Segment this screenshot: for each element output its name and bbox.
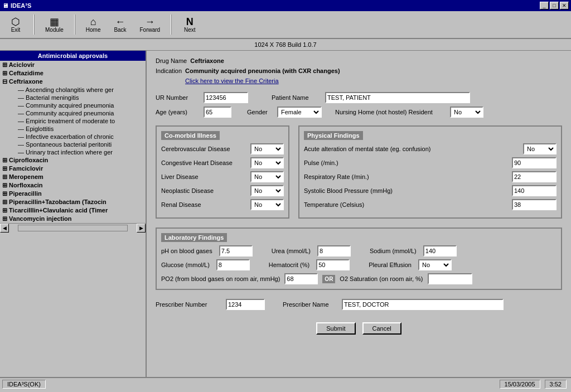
forward-button[interactable]: → Forward	[136, 15, 164, 35]
temp-row: Temperature (Celsius)	[304, 199, 557, 210]
gender-label: Gender	[247, 109, 274, 115]
exit-icon: ⬡	[11, 17, 20, 27]
minimize-button[interactable]: _	[540, 2, 549, 9]
pleural-label: Pleural Effusion	[369, 262, 412, 268]
close-button[interactable]: ✕	[560, 2, 569, 9]
indication-label: Indication	[156, 67, 182, 74]
exit-button[interactable]: ⬡ Exit	[4, 15, 27, 35]
main-layout: Antimicrobial approvals ⊞ Aciclovir⊞ Cef…	[0, 51, 571, 377]
sidebar-item-ceftriaxone-1[interactable]: — Ascending cholangitis where ger	[0, 86, 146, 94]
sidebar-item-meropenem[interactable]: ⊞ Meropenem	[0, 173, 146, 181]
sidebar-item-ceftriaxone-4[interactable]: — Community acquired pneumonia	[0, 109, 146, 117]
glucose-label: Glucose (mmol/L)	[161, 262, 210, 268]
sidebar-item-ceftriaxone-7[interactable]: — Infective exacerbation of chronic	[0, 133, 146, 141]
submit-button[interactable]: Submit	[316, 322, 355, 335]
module-label: Module	[45, 27, 64, 33]
ur-number-input[interactable]	[204, 92, 248, 103]
sidebar-item-ceftriaxone-5[interactable]: — Empiric treatment of moderate to	[0, 117, 146, 125]
sidebar-item-ceftriaxone-2[interactable]: — Bacterial meningitis	[0, 94, 146, 101]
exit-label: Exit	[11, 27, 21, 33]
neoplastic-select[interactable]: NoYes	[250, 185, 284, 196]
sidebar-item-famciclovir[interactable]: ⊞ Famciclovir	[0, 164, 146, 173]
bp-input[interactable]	[512, 185, 557, 196]
sidebar-item-ceftriaxone-8[interactable]: — Spontaneous bacterial peritoniti	[0, 141, 146, 148]
maximize-button[interactable]: □	[550, 2, 559, 9]
cerebrovascular-label: Cerebrovascular Disease	[161, 146, 248, 152]
sidebar-header: Antimicrobial approvals	[0, 51, 146, 61]
pleural-select[interactable]: YesNo	[418, 259, 452, 270]
toolbar-separator-2	[74, 14, 75, 35]
sidebar-item-ceftriaxone-3[interactable]: — Community acquired pneumonia	[0, 101, 146, 109]
sidebar-scrollbar[interactable]: ◀ ▶	[0, 223, 146, 232]
lab-row-3: PO2 (from blood gases on room air, mmHg)…	[161, 273, 557, 284]
sidebar-item-norfloxacin[interactable]: ⊞ Norfloxacin	[0, 181, 146, 190]
mental-state-select[interactable]: NoYes	[523, 143, 557, 154]
status-time: 3:52	[545, 380, 567, 389]
toolbar-separator-3	[171, 14, 172, 35]
renal-select[interactable]: NoYes	[250, 199, 284, 210]
liver-row: Liver Disease NoYes	[161, 171, 284, 182]
scroll-track[interactable]	[18, 225, 128, 231]
liver-select[interactable]: NoYes	[250, 171, 284, 182]
sodium-input[interactable]	[423, 245, 457, 257]
tree-container: ⊞ Aciclovir⊞ Ceftazidime⊟ Ceftriaxone— A…	[0, 61, 146, 223]
o2sat-label: O2 Saturation (on room air, %)	[340, 275, 423, 282]
physical-section: Physical Findings Acute alteration of me…	[298, 125, 562, 219]
renal-row: Renal Disease NoYes	[161, 199, 284, 210]
o2sat-input[interactable]	[428, 273, 472, 284]
toolbar-separator-1	[33, 14, 35, 35]
nursing-home-select[interactable]: Yes No	[450, 107, 483, 118]
comorbid-section: Co-morbid Illness Cerebrovascular Diseas…	[156, 125, 289, 219]
back-icon: ←	[115, 17, 125, 27]
congestive-row: Congestive Heart Disease NoYes	[161, 157, 284, 168]
sidebar-item-vancomycin[interactable]: ⊞ Vancomycin injection	[0, 215, 146, 223]
resp-rate-input[interactable]	[512, 171, 557, 182]
prescriber-number-input[interactable]	[226, 299, 265, 310]
lab-row-1: pH on blood gases Urea (mmol/L) Sodium (…	[161, 245, 557, 257]
glucose-input[interactable]	[216, 259, 250, 270]
scroll-right-button[interactable]: ▶	[137, 224, 146, 233]
title-bar-buttons: _ □ ✕	[540, 2, 569, 9]
sidebar-item-piperacillin[interactable]: ⊞ Piperacillin	[0, 190, 146, 198]
po2-input[interactable]	[284, 273, 318, 284]
urea-input[interactable]	[317, 245, 351, 257]
sidebar-item-piptazo[interactable]: ⊞ Piperacillin+Tazobactam (Tazocin	[0, 198, 146, 206]
sidebar-item-ticarcillin[interactable]: ⊞ Ticarcilllin+Clavulanic acid (Timer	[0, 206, 146, 215]
cerebrovascular-select[interactable]: NoYes	[250, 143, 284, 154]
po2-label: PO2 (from blood gases on room air, mmHg)	[161, 275, 280, 282]
next-label: Next	[184, 27, 196, 33]
neoplastic-label: Neoplastic Disease	[161, 187, 248, 194]
sidebar-item-ceftriaxone-9[interactable]: — Urinary tract infection where ger	[0, 148, 146, 156]
lab-section: Laboratory Findings pH on blood gases Ur…	[156, 228, 562, 290]
sidebar-item-ciprofloxacin[interactable]: ⊞ Ciprofloxacin	[0, 156, 146, 164]
pulse-input[interactable]	[512, 157, 557, 168]
patient-name-input[interactable]	[325, 92, 470, 103]
back-label: Back	[114, 27, 126, 33]
nursing-home-label: Nursing Home (not hostel) Resident	[335, 109, 447, 115]
back-button[interactable]: ← Back	[109, 15, 132, 35]
lab-row-2: Glucose (mmol/L) Hematocrit (%) Pleural …	[161, 259, 557, 270]
prescriber-name-input[interactable]	[342, 299, 504, 310]
sidebar-item-ceftriaxone-6[interactable]: — Epiglottitis	[0, 125, 146, 133]
title-bar-text: IDEA³S	[11, 2, 31, 9]
bp-label: Systolic Blood Pressure (mmHg)	[304, 187, 510, 194]
home-button[interactable]: ⌂ Home	[82, 15, 105, 35]
sidebar-item-ceftriaxone[interactable]: ⊟ Ceftriaxone	[0, 78, 146, 86]
sidebar-item-ceftazidime[interactable]: ⊞ Ceftazidime	[0, 69, 146, 78]
physical-title: Physical Findings	[304, 131, 363, 140]
fine-criteria-link[interactable]: Click here to view the Fine Criteria	[185, 78, 279, 84]
temp-input[interactable]	[512, 199, 557, 210]
next-button[interactable]: N Next	[178, 15, 201, 35]
patient-name-label: Patient Name	[272, 94, 322, 101]
prescriber-number-label: Prescriber Number	[156, 301, 222, 308]
module-button[interactable]: ▦ Module	[41, 15, 67, 35]
hematocrit-input[interactable]	[316, 259, 350, 270]
scroll-left-button[interactable]: ◀	[0, 224, 9, 233]
age-input[interactable]	[204, 107, 231, 118]
sidebar-item-aciclovir[interactable]: ⊞ Aciclovir	[0, 61, 146, 69]
ph-input[interactable]	[219, 245, 253, 257]
temp-label: Temperature (Celsius)	[304, 201, 510, 208]
congestive-select[interactable]: NoYes	[250, 157, 284, 168]
cancel-button[interactable]: Cancel	[362, 322, 401, 335]
gender-select[interactable]: Male Female	[277, 107, 322, 118]
